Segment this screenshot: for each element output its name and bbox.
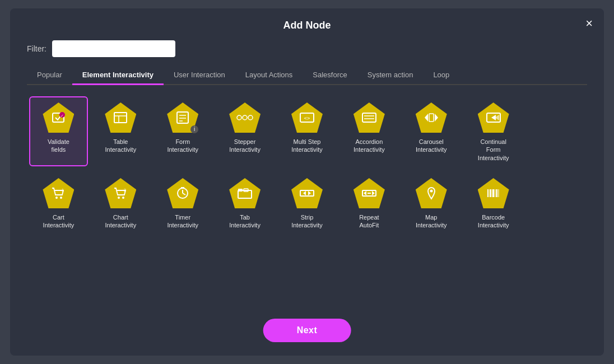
validate-fields-label: Validatefields [48,138,69,154]
tab-layout-actions[interactable]: Layout Actions [235,66,303,85]
node-tab-interactivity[interactable]: TabInteractivity [216,172,275,234]
node-chart-interactivity[interactable]: 2 ChartInteractivity [91,172,150,234]
svg-rect-19 [429,114,434,122]
map-icon [416,178,447,208]
node-barcode-interactivity[interactable]: BarcodeInteractivity [464,172,523,234]
filter-input[interactable] [52,40,175,57]
barcode-label: BarcodeInteractivity [478,213,509,230]
chart-label: ChartInteractivity [105,213,137,230]
svg-point-10 [237,115,241,120]
svg-marker-38 [303,191,306,195]
svg-rect-35 [238,189,243,192]
svg-point-24 [55,197,58,199]
map-label: MapInteractivity [416,213,447,230]
add-node-modal: × Add Node Filter: Popular Element Inter… [10,8,604,356]
continual-form-icon [478,102,509,133]
cart-label: CartInteractivity [43,213,75,230]
node-multi-step-interactivity[interactable]: <> Multi StepInteractivity [278,96,337,166]
barcode-icon [478,178,509,208]
accordion-label: AccordionInteractivity [353,138,385,154]
svg-marker-42 [372,191,375,195]
empty-slot-r2 [526,172,585,234]
svg-point-44 [430,189,432,192]
accordion-icon [353,102,385,133]
table-interactivity-label: TableInteractivity [105,138,137,154]
filter-label: Filter: [27,44,46,53]
svg-marker-20 [435,114,438,122]
form-info-badge: i [190,125,198,133]
modal-title: Add Node [27,20,587,31]
empty-slot-r1 [526,96,585,166]
node-carousel-interactivity[interactable]: CarouselInteractivity [402,96,460,166]
timer-icon [167,178,198,208]
repeat-autofit-icon [353,178,385,208]
node-map-interactivity[interactable]: MapInteractivity [402,172,460,234]
carousel-label: CarouselInteractivity [416,138,447,154]
tab-system-action[interactable]: System action [357,66,424,85]
node-accordion-interactivity[interactable]: AccordionInteractivity [339,96,398,166]
node-timer-interactivity[interactable]: TimerInteractivity [154,172,212,234]
svg-rect-37 [300,190,314,196]
strip-icon [291,178,323,208]
tab-element-interactivity[interactable]: Element Interactivity [72,66,164,85]
node-repeat-autofit[interactable]: RepeatAutoFit [339,172,398,234]
carousel-icon [416,102,447,133]
svg-marker-39 [308,191,311,195]
svg-line-32 [183,193,185,195]
svg-rect-3 [114,113,127,123]
svg-marker-18 [425,114,428,122]
form-interactivity-label: FormInteractivity [167,138,198,154]
timer-label: TimerInteractivity [167,213,198,230]
node-validate-fields[interactable]: ✓ Validatefields [29,96,88,166]
svg-point-28 [122,197,124,199]
svg-marker-41 [364,191,366,195]
tab-salesforce[interactable]: Salesforce [303,66,357,85]
strip-label: StripInteractivity [291,213,323,230]
multi-step-label: Multi StepInteractivity [291,138,323,154]
svg-text:✓: ✓ [61,114,64,118]
nodes-grid-row1: ✓ Validatefields TableInteractivity [27,96,587,166]
stepper-interactivity-label: StepperInteractivity [229,138,261,154]
svg-text:<>: <> [304,115,310,121]
next-button[interactable]: Next [263,319,351,342]
node-form-interactivity[interactable]: i FormInteractivity [154,96,212,166]
svg-text:1: 1 [62,188,64,192]
tab-popular[interactable]: Popular [27,66,72,85]
node-continual-form-interactivity[interactable]: ContinualFormInteractivity [464,96,523,166]
cart-icon: 1 [43,178,74,208]
node-table-interactivity[interactable]: TableInteractivity [91,96,150,166]
svg-point-12 [248,115,253,120]
close-button[interactable]: × [585,17,593,30]
tab-label: TabInteractivity [229,213,261,230]
tab-loop[interactable]: Loop [423,66,459,85]
stepper-interactivity-icon [229,102,261,133]
tab-user-interaction[interactable]: User Interaction [164,66,235,85]
node-cart-interactivity[interactable]: 1 CartInteractivity [29,172,88,234]
node-strip-interactivity[interactable]: StripInteractivity [278,172,337,234]
multi-step-icon: <> [291,102,323,133]
svg-rect-15 [362,113,376,122]
svg-point-25 [60,197,62,199]
repeat-autofit-label: RepeatAutoFit [359,213,379,230]
tab-icon [229,178,261,208]
node-stepper-interactivity[interactable]: StepperInteractivity [216,96,275,166]
svg-point-27 [118,197,120,199]
validate-fields-icon: ✓ [43,102,74,133]
chart-icon: 2 [105,178,136,208]
svg-rect-6 [177,112,188,123]
svg-point-11 [243,115,247,120]
svg-text:2: 2 [124,188,126,192]
continual-form-label: ContinualFormInteractivity [478,138,509,162]
table-interactivity-icon [105,102,136,133]
filter-row: Filter: [27,40,587,57]
tabs-bar: Popular Element Interactivity User Inter… [27,66,587,85]
nodes-grid-row2: 1 CartInteractivity 2 ChartInteractivity [27,172,587,234]
